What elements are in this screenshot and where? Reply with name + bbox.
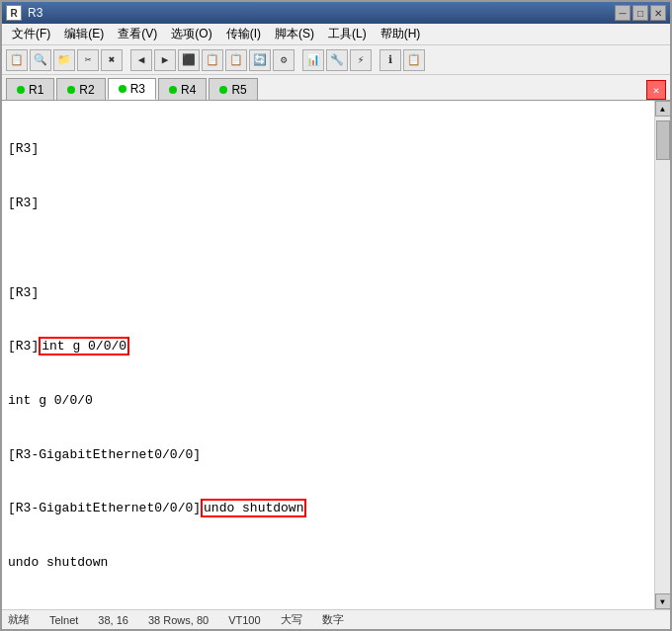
tab-close-button[interactable]: ✕: [646, 80, 666, 100]
tab-r2-label: R2: [79, 83, 94, 97]
toolbar-btn-1[interactable]: 📋: [6, 49, 28, 71]
status-caps: 大写: [281, 612, 302, 627]
line-6: int g 0/0/0: [8, 392, 648, 410]
toolbar-btn-3[interactable]: 📁: [53, 49, 75, 71]
status-terminal: VT100: [228, 614, 260, 626]
toolbar-btn-17[interactable]: 📋: [403, 49, 425, 71]
menu-options[interactable]: 选项(O): [165, 24, 217, 44]
tab-r5-label: R5: [231, 83, 246, 97]
window-title: R3: [28, 6, 42, 20]
line-1: [R3]: [8, 140, 648, 158]
main-window: R R3 ─ □ ✕ 文件(F) 编辑(E) 查看(V) 选项(O) 传输(I)…: [0, 0, 672, 631]
content-area: [R3] [R3] [R3] [R3]int g 0/0/0 int g 0/0…: [2, 101, 670, 609]
status-num: 数字: [322, 612, 344, 627]
toolbar-btn-9[interactable]: 📋: [202, 49, 223, 71]
status-rows-val: 38 Rows: [148, 614, 191, 626]
scrollbar[interactable]: ▲ ▼: [654, 101, 670, 609]
menu-script[interactable]: 脚本(S): [269, 24, 320, 44]
line-4: [R3]: [8, 284, 648, 302]
toolbar: 📋 🔍 📁 ✂ ✖ ◀ ▶ ⬛ 📋 📋 🔄 ⚙ 📊 🔧 ⚡ ℹ 📋: [2, 45, 670, 75]
status-cols-val: 80: [197, 614, 209, 626]
status-bar: 就绪 Telnet 38, 16 38 Rows, 80 VT100 大写 数字: [2, 609, 670, 629]
tab-r1[interactable]: R1: [6, 78, 54, 100]
tab-r2[interactable]: R2: [56, 78, 105, 100]
status-col-val: 16: [117, 614, 128, 626]
line-5: [R3]int g 0/0/0: [8, 338, 648, 355]
minimize-button[interactable]: ─: [615, 5, 630, 21]
scroll-up-arrow[interactable]: ▲: [655, 101, 671, 117]
toolbar-btn-10[interactable]: 📋: [225, 49, 247, 71]
menu-view[interactable]: 查看(V): [112, 24, 163, 44]
tabs-bar: R1 R2 R3 R4 R5 ✕: [2, 75, 670, 101]
toolbar-btn-11[interactable]: 🔄: [249, 49, 271, 71]
line-9: undo shutdown: [8, 554, 648, 572]
cmd-int-g0/0/0: int g 0/0/0: [39, 337, 129, 355]
toolbar-btn-5[interactable]: ✖: [101, 49, 123, 71]
line-10: Info: Interface GigabitEthernet0/0/0 is …: [8, 607, 648, 609]
tab-r1-label: R1: [29, 83, 43, 97]
line-2: [R3]: [8, 195, 648, 212]
menu-file[interactable]: 文件(F): [6, 24, 56, 44]
tab-r5[interactable]: R5: [209, 78, 257, 100]
menu-help[interactable]: 帮助(H): [375, 24, 427, 44]
toolbar-btn-2[interactable]: 🔍: [30, 49, 51, 71]
scroll-track[interactable]: [655, 117, 671, 593]
line-8: [R3-GigabitEthernet0/0/0]undo shutdown: [8, 500, 648, 517]
toolbar-btn-16[interactable]: ℹ: [379, 49, 401, 71]
status-protocol: Telnet: [49, 614, 78, 626]
toolbar-btn-4[interactable]: ✂: [77, 49, 99, 71]
terminal-output[interactable]: [R3] [R3] [R3] [R3]int g 0/0/0 int g 0/0…: [2, 101, 654, 609]
toolbar-btn-12[interactable]: ⚙: [273, 49, 294, 71]
tab-r4-label: R4: [181, 83, 196, 97]
toolbar-btn-13[interactable]: 📊: [302, 49, 324, 71]
tab-r3-label: R3: [130, 82, 145, 96]
toolbar-btn-6[interactable]: ◀: [130, 49, 152, 71]
title-bar: R R3 ─ □ ✕: [2, 2, 670, 24]
status-row-val: 38: [98, 614, 110, 626]
toolbar-btn-7[interactable]: ▶: [154, 49, 176, 71]
status-row: 38, 16: [98, 614, 128, 626]
menu-transfer[interactable]: 传输(I): [220, 24, 267, 44]
menu-edit[interactable]: 编辑(E): [58, 24, 110, 44]
menu-tools[interactable]: 工具(L): [322, 24, 373, 44]
scroll-thumb[interactable]: [656, 120, 670, 160]
close-button[interactable]: ✕: [650, 5, 666, 21]
toolbar-btn-15[interactable]: ⚡: [350, 49, 372, 71]
window-icon: R: [6, 5, 22, 21]
tab-r4[interactable]: R4: [158, 78, 207, 100]
menu-bar: 文件(F) 编辑(E) 查看(V) 选项(O) 传输(I) 脚本(S) 工具(L…: [2, 24, 670, 45]
scroll-down-arrow[interactable]: ▼: [655, 593, 671, 609]
tab-r3[interactable]: R3: [108, 78, 156, 100]
cmd-undo-shutdown-1: undo shutdown: [201, 499, 306, 517]
toolbar-btn-8[interactable]: ⬛: [178, 49, 200, 71]
status-rows: 38 Rows, 80: [148, 614, 209, 626]
maximize-button[interactable]: □: [632, 5, 648, 21]
toolbar-btn-14[interactable]: 🔧: [326, 49, 348, 71]
status-ready: 就绪: [8, 612, 30, 627]
line-7: [R3-GigabitEthernet0/0/0]: [8, 446, 648, 464]
